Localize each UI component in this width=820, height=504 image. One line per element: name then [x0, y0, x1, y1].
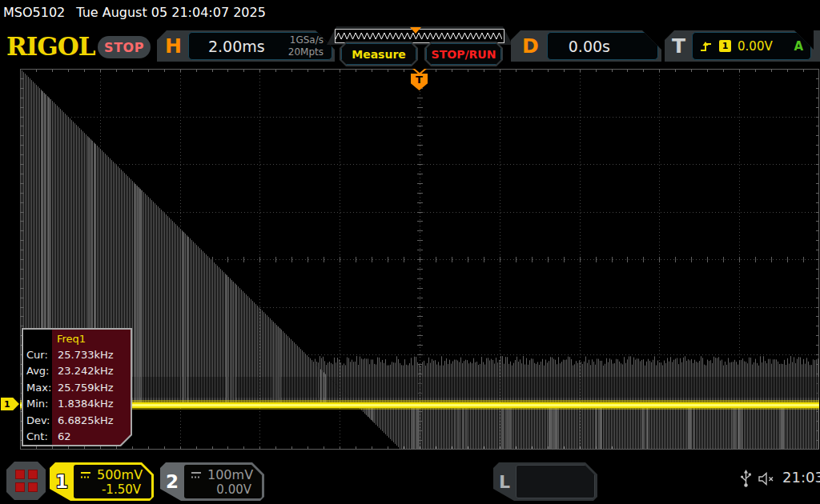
- measurement-row-label: Dev:: [23, 414, 52, 426]
- sample-rate: 1GSa/s: [288, 34, 324, 46]
- measurement-title: Freq1: [23, 330, 131, 346]
- stop-run-button-label: STOP/RUN: [426, 43, 501, 65]
- measurement-popup[interactable]: Freq1 Cur: 25.733kHz Avg: 23.242kHz Max:…: [22, 328, 132, 446]
- measurement-row-label: Avg:: [23, 365, 52, 377]
- measurement-row: Dev: 6.6825kHz: [23, 412, 131, 429]
- measurement-row-value: 23.242kHz: [52, 365, 114, 377]
- acquisition-state-badge: STOP: [98, 36, 151, 58]
- rising-edge-trigger-icon: [700, 41, 713, 52]
- channel2-offset: 0.00V: [184, 482, 262, 497]
- trigger-mode-indicator: A: [794, 39, 803, 54]
- horizontal-box: 2.00ms 1GSa/s 20Mpts: [188, 32, 332, 60]
- delay-label: D: [522, 36, 539, 56]
- sample-rate-info: 1GSa/s 20Mpts: [288, 34, 332, 58]
- measurement-popup-body: Freq1 Cur: 25.733kHz Avg: 23.242kHz Max:…: [23, 330, 131, 445]
- dc-coupling-icon: [191, 471, 203, 479]
- measurement-row-value: 6.6825kHz: [52, 414, 114, 426]
- delay-box: 0.00s: [547, 32, 658, 60]
- rigol-logo: RIGOL: [6, 32, 95, 62]
- measurement-row-value: 1.8384kHz: [52, 398, 114, 410]
- timebase-value: 2.00ms: [189, 38, 265, 55]
- trigger-box: 1 0.00V A: [692, 32, 811, 60]
- app-grid-squares: [15, 470, 38, 492]
- horizontal-label: H: [165, 36, 182, 56]
- logic-analyzer-channels: 0 1 2 3 4 5 6 7 8 9 10 11 12 13 14 15: [516, 465, 595, 498]
- trigger-label: T: [672, 36, 685, 56]
- measurement-row-value: 25.733kHz: [52, 349, 114, 361]
- channel2-widget[interactable]: 2 100mV 0.00V: [160, 462, 264, 501]
- trigger-level-value: 0.00V: [738, 39, 773, 54]
- preview-zigzag: [336, 33, 502, 39]
- logic-analyzer-label: L: [493, 462, 516, 501]
- speaker-muted-icon[interactable]: [758, 472, 776, 486]
- titlebar: MSO5102 Tue August 05 21:04:07 2025: [3, 5, 266, 20]
- app-grid-icon[interactable]: [6, 462, 46, 500]
- trigger-source-badge: 1: [719, 40, 731, 52]
- graticule-canvas[interactable]: [20, 69, 819, 450]
- channel2-box: 100mV 0.00V: [184, 465, 262, 498]
- channel1-offset: -1.50V: [74, 482, 151, 497]
- channel1-scale: 500mV: [97, 467, 143, 482]
- delay-settings-button[interactable]: D 0.00s: [511, 30, 661, 62]
- model-name: MSO5102: [3, 5, 65, 20]
- collapsed-menu-tab[interactable]: [814, 30, 820, 62]
- clock-text: 21:03: [782, 469, 820, 486]
- usb-icon: [740, 469, 752, 488]
- measurement-row: Max: 25.759kHz: [23, 379, 131, 396]
- channel1-number: 1: [50, 462, 74, 501]
- channel2-number: 2: [160, 462, 184, 501]
- measurement-row: Cur: 25.733kHz: [23, 346, 131, 363]
- horizontal-settings-button[interactable]: H 2.00ms 1GSa/s 20Mpts: [157, 30, 335, 62]
- measure-button-label: Measure: [341, 43, 416, 65]
- memory-depth: 20Mpts: [288, 46, 324, 58]
- measurement-row: Min: 1.8384kHz: [23, 396, 131, 413]
- logic-analyzer-widget[interactable]: L 0 1 2 3 4 5 6 7 8 9 10 11 12 13 14 15: [493, 462, 597, 501]
- trigger-position-triangle-inner: [415, 69, 424, 73]
- measure-button[interactable]: Measure: [340, 42, 418, 66]
- measurement-row-label: Min:: [23, 398, 52, 410]
- trigger-settings-button[interactable]: T 1 0.00V A: [665, 30, 814, 62]
- channel1-box: 500mV -1.50V: [74, 465, 151, 498]
- measurement-row-value: 62: [52, 430, 71, 442]
- measurement-row-value: 25.759kHz: [52, 382, 114, 394]
- stop-run-button[interactable]: STOP/RUN: [424, 42, 503, 66]
- measurement-row-label: Max:: [23, 382, 52, 394]
- delay-value: 0.00s: [548, 38, 610, 55]
- datetime-text: Tue August 05 21:04:07 2025: [76, 5, 266, 20]
- measurement-row: Avg: 23.242kHz: [23, 363, 131, 380]
- preview-trigger-position-icon[interactable]: [410, 27, 421, 34]
- channel1-ground-marker[interactable]: 1: [1, 398, 19, 410]
- logic-channels-row1: 0 1 2 3 4 5 6 7: [523, 496, 594, 504]
- channel2-scale: 100mV: [207, 467, 253, 482]
- channel1-widget[interactable]: 1 500mV -1.50V: [50, 462, 154, 501]
- measurement-row: Cnt: 62: [23, 429, 131, 446]
- dc-coupling-icon: [80, 471, 93, 479]
- measurement-row-label: Cnt:: [23, 430, 52, 442]
- measurement-row-label: Cur:: [23, 349, 52, 361]
